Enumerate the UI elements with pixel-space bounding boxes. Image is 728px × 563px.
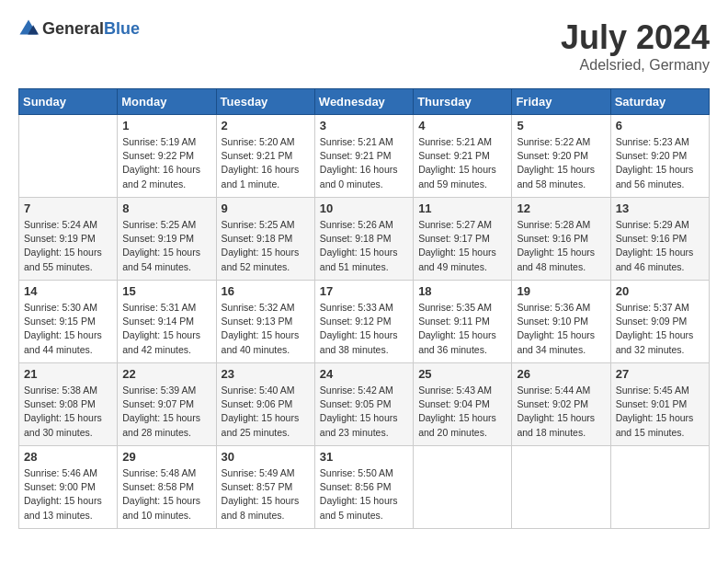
- calendar-week-row: 14 Sunrise: 5:30 AMSunset: 9:15 PMDaylig…: [19, 281, 710, 363]
- day-info: Sunrise: 5:46 AMSunset: 9:00 PMDaylight:…: [24, 466, 112, 523]
- calendar-cell: [414, 446, 512, 529]
- day-number: 7: [24, 201, 112, 215]
- day-info: Sunrise: 5:25 AMSunset: 9:18 PMDaylight:…: [222, 218, 310, 274]
- calendar-cell: 27 Sunrise: 5:45 AMSunset: 9:01 PMDaylig…: [610, 363, 709, 446]
- calendar-cell: 22 Sunrise: 5:39 AMSunset: 9:07 PMDaylig…: [118, 363, 216, 446]
- day-info: Sunrise: 5:28 AMSunset: 9:16 PMDaylight:…: [517, 218, 605, 274]
- logo-icon: [18, 18, 39, 39]
- day-info: Sunrise: 5:19 AMSunset: 9:22 PMDaylight:…: [122, 135, 210, 191]
- day-number: 10: [320, 201, 408, 215]
- calendar-cell: 11 Sunrise: 5:27 AMSunset: 9:17 PMDaylig…: [414, 198, 512, 281]
- title-block: July 2024 Adelsried, Germany: [561, 18, 710, 74]
- day-number: 31: [320, 450, 408, 464]
- calendar-cell: 12 Sunrise: 5:28 AMSunset: 9:16 PMDaylig…: [512, 198, 610, 281]
- day-info: Sunrise: 5:32 AMSunset: 9:13 PMDaylight:…: [222, 301, 310, 357]
- calendar-cell: 3 Sunrise: 5:21 AMSunset: 9:21 PMDayligh…: [314, 115, 413, 198]
- day-of-week-header: Tuesday: [216, 89, 314, 115]
- calendar-cell: 8 Sunrise: 5:25 AMSunset: 9:19 PMDayligh…: [118, 198, 216, 281]
- calendar-cell: 23 Sunrise: 5:40 AMSunset: 9:06 PMDaylig…: [216, 363, 314, 446]
- day-info: Sunrise: 5:30 AMSunset: 9:15 PMDaylight:…: [24, 301, 112, 357]
- day-number: 23: [222, 367, 310, 381]
- day-info: Sunrise: 5:49 AMSunset: 8:57 PMDaylight:…: [222, 466, 310, 523]
- day-info: Sunrise: 5:24 AMSunset: 9:19 PMDaylight:…: [24, 218, 112, 274]
- calendar-cell: 14 Sunrise: 5:30 AMSunset: 9:15 PMDaylig…: [19, 281, 118, 363]
- calendar-cell: 26 Sunrise: 5:44 AMSunset: 9:02 PMDaylig…: [512, 363, 610, 446]
- logo-text-general: General: [42, 19, 104, 38]
- calendar-cell: 29 Sunrise: 5:48 AMSunset: 8:58 PMDaylig…: [118, 446, 216, 529]
- day-info: Sunrise: 5:40 AMSunset: 9:06 PMDaylight:…: [222, 384, 310, 440]
- calendar-cell: 1 Sunrise: 5:19 AMSunset: 9:22 PMDayligh…: [118, 115, 216, 198]
- day-number: 13: [616, 201, 704, 215]
- calendar-cell: 28 Sunrise: 5:46 AMSunset: 9:00 PMDaylig…: [19, 446, 118, 529]
- day-number: 8: [122, 201, 210, 215]
- calendar-cell: 18 Sunrise: 5:35 AMSunset: 9:11 PMDaylig…: [414, 281, 512, 363]
- day-number: 26: [517, 367, 605, 381]
- logo-text-blue: Blue: [104, 19, 140, 38]
- day-info: Sunrise: 5:26 AMSunset: 9:18 PMDaylight:…: [320, 218, 408, 274]
- page-header: GeneralBlue July 2024 Adelsried, Germany: [18, 18, 710, 74]
- day-info: Sunrise: 5:35 AMSunset: 9:11 PMDaylight:…: [418, 301, 506, 357]
- day-number: 22: [122, 367, 210, 381]
- day-info: Sunrise: 5:43 AMSunset: 9:04 PMDaylight:…: [418, 384, 506, 440]
- day-number: 19: [517, 284, 605, 298]
- day-info: Sunrise: 5:48 AMSunset: 8:58 PMDaylight:…: [122, 466, 210, 523]
- day-info: Sunrise: 5:36 AMSunset: 9:10 PMDaylight:…: [517, 301, 605, 357]
- day-info: Sunrise: 5:23 AMSunset: 9:20 PMDaylight:…: [616, 135, 704, 191]
- day-info: Sunrise: 5:21 AMSunset: 9:21 PMDaylight:…: [320, 135, 408, 191]
- day-number: 24: [320, 367, 408, 381]
- day-number: 30: [222, 450, 310, 464]
- day-info: Sunrise: 5:50 AMSunset: 8:56 PMDaylight:…: [320, 466, 408, 523]
- location: Adelsried, Germany: [561, 57, 710, 74]
- calendar-cell: 15 Sunrise: 5:31 AMSunset: 9:14 PMDaylig…: [118, 281, 216, 363]
- day-number: 5: [517, 119, 605, 132]
- day-of-week-header: Sunday: [19, 89, 118, 115]
- calendar-table: SundayMondayTuesdayWednesdayThursdayFrid…: [18, 88, 710, 529]
- calendar-week-row: 7 Sunrise: 5:24 AMSunset: 9:19 PMDayligh…: [19, 198, 710, 281]
- day-number: 16: [222, 284, 310, 298]
- day-info: Sunrise: 5:22 AMSunset: 9:20 PMDaylight:…: [517, 135, 605, 191]
- day-number: 18: [418, 284, 506, 298]
- day-of-week-header: Thursday: [414, 89, 512, 115]
- day-number: 11: [418, 201, 506, 215]
- day-info: Sunrise: 5:20 AMSunset: 9:21 PMDaylight:…: [222, 135, 310, 191]
- calendar-cell: 24 Sunrise: 5:42 AMSunset: 9:05 PMDaylig…: [314, 363, 413, 446]
- calendar-cell: 25 Sunrise: 5:43 AMSunset: 9:04 PMDaylig…: [414, 363, 512, 446]
- calendar-cell: 19 Sunrise: 5:36 AMSunset: 9:10 PMDaylig…: [512, 281, 610, 363]
- day-number: 21: [24, 367, 112, 381]
- day-info: Sunrise: 5:37 AMSunset: 9:09 PMDaylight:…: [616, 301, 704, 357]
- calendar-cell: [610, 446, 709, 529]
- day-number: 14: [24, 284, 112, 298]
- day-number: 25: [418, 367, 506, 381]
- day-info: Sunrise: 5:33 AMSunset: 9:12 PMDaylight:…: [320, 301, 408, 357]
- day-info: Sunrise: 5:21 AMSunset: 9:21 PMDaylight:…: [418, 135, 506, 191]
- day-number: 1: [122, 119, 210, 132]
- day-number: 12: [517, 201, 605, 215]
- calendar-week-row: 28 Sunrise: 5:46 AMSunset: 9:00 PMDaylig…: [19, 446, 710, 529]
- day-number: 2: [222, 119, 310, 132]
- day-number: 17: [320, 284, 408, 298]
- calendar-cell: 20 Sunrise: 5:37 AMSunset: 9:09 PMDaylig…: [610, 281, 709, 363]
- calendar-cell: 21 Sunrise: 5:38 AMSunset: 9:08 PMDaylig…: [19, 363, 118, 446]
- day-info: Sunrise: 5:39 AMSunset: 9:07 PMDaylight:…: [122, 384, 210, 440]
- day-info: Sunrise: 5:38 AMSunset: 9:08 PMDaylight:…: [24, 384, 112, 440]
- day-of-week-header: Friday: [512, 89, 610, 115]
- calendar-cell: 7 Sunrise: 5:24 AMSunset: 9:19 PMDayligh…: [19, 198, 118, 281]
- day-info: Sunrise: 5:27 AMSunset: 9:17 PMDaylight:…: [418, 218, 506, 274]
- calendar-cell: 10 Sunrise: 5:26 AMSunset: 9:18 PMDaylig…: [314, 198, 413, 281]
- day-info: Sunrise: 5:29 AMSunset: 9:16 PMDaylight:…: [616, 218, 704, 274]
- day-number: 9: [222, 201, 310, 215]
- day-number: 3: [320, 119, 408, 132]
- calendar-cell: [19, 115, 118, 198]
- calendar-cell: 13 Sunrise: 5:29 AMSunset: 9:16 PMDaylig…: [610, 198, 709, 281]
- calendar-cell: 4 Sunrise: 5:21 AMSunset: 9:21 PMDayligh…: [414, 115, 512, 198]
- day-info: Sunrise: 5:45 AMSunset: 9:01 PMDaylight:…: [616, 384, 704, 440]
- day-number: 28: [24, 450, 112, 464]
- day-info: Sunrise: 5:42 AMSunset: 9:05 PMDaylight:…: [320, 384, 408, 440]
- day-of-week-header: Wednesday: [314, 89, 413, 115]
- calendar-cell: 9 Sunrise: 5:25 AMSunset: 9:18 PMDayligh…: [216, 198, 314, 281]
- day-of-week-header: Saturday: [610, 89, 709, 115]
- day-info: Sunrise: 5:44 AMSunset: 9:02 PMDaylight:…: [517, 384, 605, 440]
- calendar-cell: 5 Sunrise: 5:22 AMSunset: 9:20 PMDayligh…: [512, 115, 610, 198]
- calendar-cell: [512, 446, 610, 529]
- calendar-cell: 2 Sunrise: 5:20 AMSunset: 9:21 PMDayligh…: [216, 115, 314, 198]
